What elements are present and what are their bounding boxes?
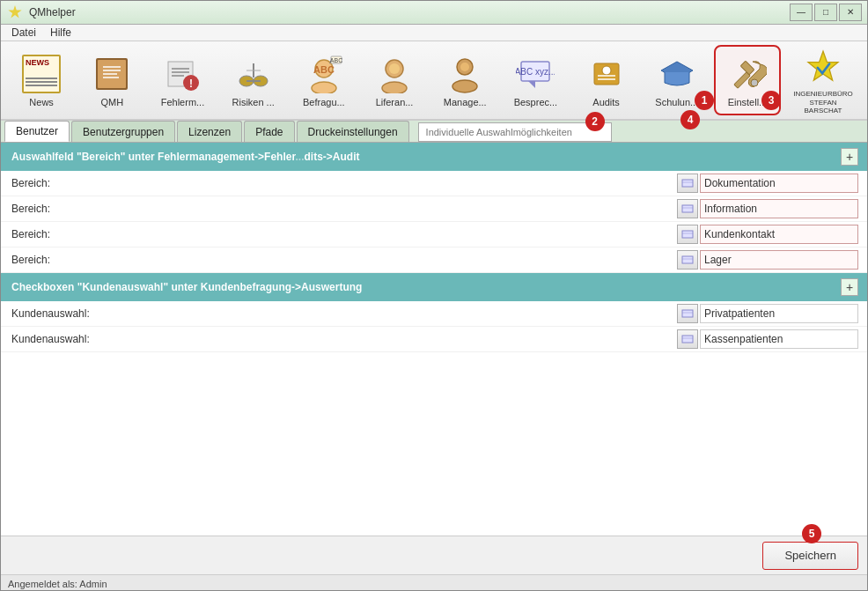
svg-rect-51 xyxy=(682,336,693,343)
toolbar-news-label: News xyxy=(29,97,54,107)
row-edit-button-4[interactable] xyxy=(677,250,698,270)
toolbar-qmh-label: QMH xyxy=(100,97,123,107)
menu-item-datei[interactable]: Datei xyxy=(4,25,43,41)
tab-bar: Benutzer Benutzergruppen Lizenzen Pfade … xyxy=(1,121,868,143)
svg-marker-40 xyxy=(808,51,838,80)
menu-item-hilfe[interactable]: Hilfe xyxy=(43,25,78,41)
toolbar-befragu[interactable]: ABC ABC Befragu... xyxy=(291,45,357,115)
svg-point-28 xyxy=(452,80,477,92)
toolbar-risiken-label: Risiken ... xyxy=(232,97,275,107)
menu-bar: Datei Hilfe xyxy=(1,25,868,42)
befragu-icon: ABC ABC xyxy=(303,53,345,95)
manage-icon xyxy=(444,53,486,95)
row-input-5[interactable] xyxy=(700,304,858,323)
row-edit-button-6[interactable] xyxy=(677,329,698,349)
tab-lizenzen[interactable]: Lizenzen xyxy=(177,121,242,142)
qmh-icon xyxy=(91,53,133,95)
app-title: QMhelper xyxy=(29,6,76,18)
svg-text:ABC: ABC xyxy=(330,57,342,63)
maximize-button[interactable]: □ xyxy=(814,4,837,21)
toolbar-news[interactable]: News xyxy=(8,45,75,115)
toolbar-manage-label: Manage... xyxy=(444,97,487,107)
badge-4: 4 xyxy=(680,110,700,129)
svg-marker-31 xyxy=(528,81,535,88)
fehlerm-icon: ! xyxy=(161,53,203,95)
svg-point-24 xyxy=(382,82,407,93)
svg-rect-43 xyxy=(682,205,693,212)
section-kundenbefragung-title: Checkboxen "Kundenauswahl" unter Kundenb… xyxy=(11,281,362,293)
liferan-icon xyxy=(373,53,416,95)
toolbar-company-label: INGENIEURBÜROSTEFAN BARSCHAT xyxy=(790,90,857,115)
row-input-4[interactable] xyxy=(700,250,858,270)
individuelle-input[interactable] xyxy=(418,122,612,142)
tab-benutzergruppen[interactable]: Benutzergruppen xyxy=(71,121,175,142)
section-kundenbefragung-header: Checkboxen "Kundenauswahl" unter Kundenb… xyxy=(1,273,868,301)
toolbar-fehlerm[interactable]: ! Fehlerm... xyxy=(149,45,216,115)
badge-1: 1 xyxy=(695,91,714,110)
schulun-icon xyxy=(656,53,698,95)
tab-pfade[interactable]: Pfade xyxy=(244,121,294,142)
svg-rect-38 xyxy=(740,62,754,76)
row-label-kunden-2: Kundenauswahl: xyxy=(11,333,99,345)
add-fehlermanagement-button[interactable]: + xyxy=(841,148,858,166)
tab-benutzer[interactable]: Benutzer xyxy=(4,121,70,142)
row-input-1[interactable] xyxy=(700,174,858,193)
row-edit-button-1[interactable] xyxy=(677,174,698,193)
save-button[interactable]: Speichern xyxy=(762,542,858,570)
svg-text:ABC xyz...: ABC xyz... xyxy=(516,67,555,77)
svg-rect-47 xyxy=(682,256,693,263)
footer: 5 Speichern xyxy=(1,536,868,575)
svg-point-25 xyxy=(389,63,400,74)
minimize-button[interactable]: — xyxy=(790,4,813,21)
row-input-6[interactable] xyxy=(700,329,858,349)
close-button[interactable]: ✕ xyxy=(839,4,862,21)
svg-text:!: ! xyxy=(189,78,193,90)
row-edit-button-5[interactable] xyxy=(677,304,698,323)
row-label-bereich-4: Bereich: xyxy=(11,254,99,266)
add-kundenbefragung-button[interactable]: + xyxy=(841,278,858,296)
toolbar: News QMH xyxy=(1,41,868,121)
toolbar-besprec[interactable]: ABC xyz... Besprec... xyxy=(502,45,569,115)
einstell-icon xyxy=(726,53,769,95)
toolbar-qmh[interactable]: QMH xyxy=(78,45,145,115)
svg-rect-49 xyxy=(682,310,693,317)
svg-point-18 xyxy=(312,82,336,93)
toolbar-besprec-label: Besprec... xyxy=(514,97,558,107)
toolbar-fehlerm-label: Fehlerm... xyxy=(161,97,205,107)
row-label-bereich-2: Bereich: xyxy=(11,203,99,215)
toolbar-liferan[interactable]: Liferan... xyxy=(361,45,428,115)
app-icon xyxy=(8,5,22,19)
row-label-kunden-1: Kundenauswahl: xyxy=(11,307,99,320)
toolbar-audits[interactable]: Audits xyxy=(573,45,640,115)
row-edit-button-3[interactable] xyxy=(677,225,698,244)
table-row: Bereich: xyxy=(1,171,868,196)
toolbar-manage[interactable]: Manage... xyxy=(431,45,498,115)
table-row: Kundenauswahl: xyxy=(1,327,868,352)
toolbar-risiken[interactable]: Risiken ... xyxy=(220,45,287,115)
audits-icon xyxy=(585,53,628,95)
besprec-icon: ABC xyz... xyxy=(514,53,556,95)
title-bar: QMhelper — □ ✕ xyxy=(1,1,868,25)
tab-druckeinstellungen[interactable]: Druckeinstellungen xyxy=(297,121,409,142)
row-label-bereich-3: Bereich: xyxy=(11,228,99,240)
badge-5: 5 xyxy=(802,524,821,543)
risiken-icon xyxy=(232,53,275,95)
row-input-3[interactable] xyxy=(700,225,858,244)
svg-text:ABC: ABC xyxy=(313,64,335,75)
main-content: Auswahlfeld "Bereich" unter Fehlermanage… xyxy=(1,143,868,535)
svg-rect-37 xyxy=(734,72,750,88)
svg-rect-41 xyxy=(682,180,693,187)
scrollable-content: Auswahlfeld "Bereich" unter Fehlermanage… xyxy=(1,143,868,535)
toolbar-befragu-label: Befragu... xyxy=(303,97,345,107)
toolbar-audits-label: Audits xyxy=(592,97,620,107)
section-fehlermanagement-title: Auswahlfeld "Bereich" unter Fehlermanage… xyxy=(11,151,359,163)
toolbar-schulun-label: Schulun... xyxy=(655,97,698,107)
svg-rect-45 xyxy=(682,231,693,238)
table-row: Bereich: xyxy=(1,196,868,222)
row-input-2[interactable] xyxy=(700,199,858,218)
status-text: Angemeldet als: Admin xyxy=(8,579,107,589)
toolbar-liferan-label: Liferan... xyxy=(376,97,414,107)
svg-point-27 xyxy=(460,63,469,71)
row-edit-button-2[interactable] xyxy=(677,199,698,218)
table-row: Bereich: xyxy=(1,222,868,247)
